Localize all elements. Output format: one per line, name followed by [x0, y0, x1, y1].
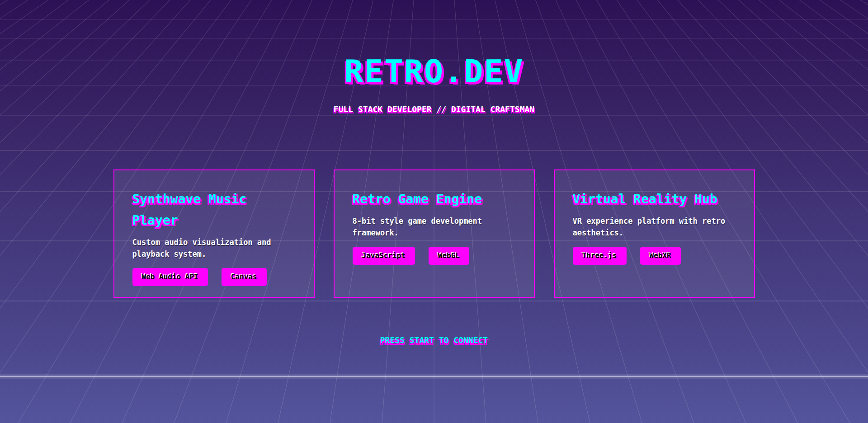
card-synthwave-music-player: Synthwave Music Player Custom audio visu… — [113, 169, 315, 298]
press-start-cta[interactable]: PRESS START TO CONNECT — [380, 334, 488, 346]
card-description: 8-bit style game development framework. — [353, 215, 516, 239]
tag-webgl[interactable]: WebGL — [429, 247, 469, 265]
card-description: Custom audio visualization and playback … — [132, 236, 296, 260]
site-title: RETRO.DEV — [344, 52, 524, 90]
card-title: Retro Game Engine — [353, 188, 516, 210]
tag-canvas[interactable]: Canvas — [222, 268, 267, 286]
tag-web-audio-api[interactable]: Web Audio API — [132, 268, 208, 286]
tag-webxr[interactable]: WebXR — [640, 247, 681, 265]
tag-row: Web Audio API Canvas — [132, 268, 296, 286]
page-content: RETRO.DEV FULL STACK DEVELOPER // DIGITA… — [0, 0, 868, 423]
tag-row: JavaScript WebGL — [353, 247, 516, 265]
card-title: Synthwave Music Player — [132, 188, 296, 231]
card-title: Virtual Reality Hub — [573, 188, 736, 210]
tag-row: Three.js WebXR — [573, 247, 736, 265]
card-virtual-reality-hub: Virtual Reality Hub VR experience platfo… — [554, 169, 755, 298]
card-retro-game-engine: Retro Game Engine 8-bit style game devel… — [334, 169, 535, 298]
site-subtitle: FULL STACK DEVELOPER // DIGITAL CRAFTSMA… — [334, 103, 534, 115]
tag-javascript[interactable]: JavaScript — [353, 247, 415, 265]
project-cards-row: Synthwave Music Player Custom audio visu… — [113, 169, 755, 298]
card-description: VR experience platform with retro aesthe… — [573, 215, 736, 239]
tag-threejs[interactable]: Three.js — [573, 247, 627, 265]
